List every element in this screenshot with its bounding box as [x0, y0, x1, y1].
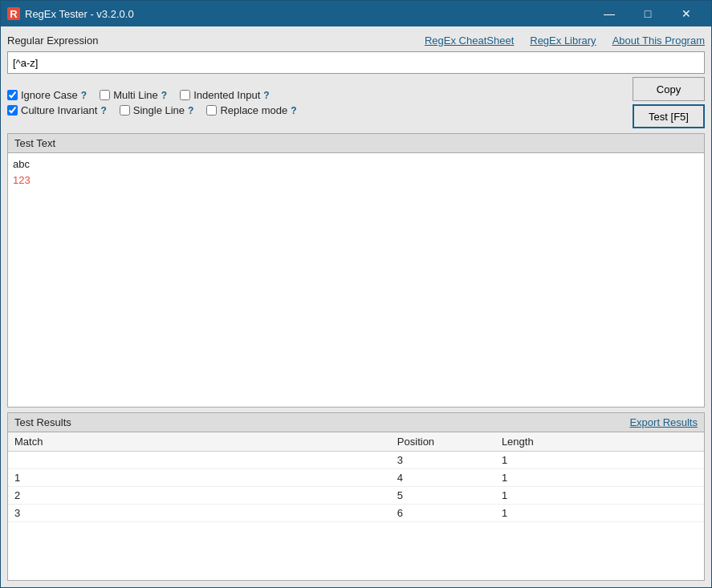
main-window: R RegEx Tester - v3.2.0.0 — □ ✕ Regular … [0, 0, 712, 588]
ignore-case-checkbox[interactable] [7, 90, 18, 100]
cell-position: 5 [391, 487, 495, 505]
regex-label: Regular Expression [7, 34, 98, 47]
results-table-container[interactable]: Match Position Length 3 1 1 4 1 2 5 [8, 432, 704, 580]
copy-button[interactable]: Copy [633, 77, 705, 101]
single-line-checkbox[interactable] [120, 105, 130, 116]
results-table: Match Position Length 3 1 1 4 1 2 5 [8, 432, 704, 522]
culture-invariant-label[interactable]: Culture Invariant [21, 104, 97, 116]
cell-extra [600, 452, 704, 469]
indented-input-checkbox[interactable] [180, 90, 190, 100]
cell-position: 3 [391, 452, 495, 469]
results-header-row: Match Position Length [8, 432, 704, 452]
app-icon: R [7, 7, 20, 20]
culture-invariant-group: Culture Invariant ? [7, 104, 107, 116]
table-row: 1 4 1 [8, 469, 704, 487]
titlebar: R RegEx Tester - v3.2.0.0 — □ ✕ [1, 1, 711, 26]
cell-position: 6 [391, 505, 495, 522]
cell-extra [600, 505, 704, 522]
multi-line-group: Multi Line ? [100, 89, 167, 101]
col-extra-header [600, 432, 704, 452]
main-content: Regular Expression RegEx CheatSheet RegE… [1, 26, 711, 587]
results-header: Test Results Export Results [8, 413, 704, 432]
replace-mode-group: Replace mode ? [206, 104, 296, 116]
about-link[interactable]: About This Program [612, 34, 705, 47]
buttons-area: Copy Test [F5] [626, 77, 705, 128]
single-line-label[interactable]: Single Line [133, 104, 185, 116]
cell-length: 1 [495, 487, 600, 505]
cell-match [8, 452, 391, 469]
close-button[interactable]: ✕ [668, 1, 705, 26]
culture-invariant-checkbox[interactable] [7, 105, 18, 116]
test-text-header: Test Text [8, 134, 704, 153]
replace-mode-help-icon[interactable]: ? [291, 105, 296, 116]
multi-line-help-icon[interactable]: ? [161, 90, 167, 101]
culture-invariant-help-icon[interactable]: ? [100, 105, 106, 116]
ignore-case-group: Ignore Case ? [7, 89, 87, 101]
results-panel: Test Results Export Results Match Positi… [7, 412, 705, 581]
cheatsheet-link[interactable]: RegEx CheatSheet [425, 34, 514, 47]
cell-position: 4 [391, 469, 495, 487]
cell-extra [600, 469, 704, 487]
single-line-group: Single Line ? [120, 104, 194, 116]
results-tbody: 3 1 1 4 1 2 5 1 3 6 1 [8, 452, 704, 522]
minimize-button[interactable]: — [591, 1, 628, 26]
results-label: Test Results [14, 416, 71, 428]
col-match-header: Match [8, 432, 391, 452]
options-row2: Culture Invariant ? Single Line ? Replac… [7, 104, 626, 116]
cell-length: 1 [495, 505, 600, 522]
maximize-button[interactable]: □ [629, 1, 666, 26]
multi-line-label[interactable]: Multi Line [113, 89, 158, 101]
regex-input[interactable] [7, 51, 705, 74]
indented-input-label[interactable]: Indented Input [193, 89, 260, 101]
col-position-header: Position [391, 432, 495, 452]
options-row1: Ignore Case ? Multi Line ? Indented Inpu… [7, 89, 626, 101]
single-line-help-icon[interactable]: ? [188, 105, 193, 116]
col-length-header: Length [495, 432, 600, 452]
cell-match: 1 [8, 469, 391, 487]
test-text-line-2: 123 [13, 172, 699, 189]
ignore-case-help-icon[interactable]: ? [81, 90, 87, 101]
library-link[interactable]: RegEx Library [530, 34, 596, 47]
multi-line-checkbox[interactable] [100, 90, 110, 100]
titlebar-left: R RegEx Tester - v3.2.0.0 [7, 7, 134, 20]
indented-input-group: Indented Input ? [180, 89, 269, 101]
window-controls: — □ ✕ [591, 1, 705, 26]
replace-mode-checkbox[interactable] [206, 105, 217, 116]
options-left: Ignore Case ? Multi Line ? Indented Inpu… [7, 89, 626, 116]
ignore-case-label[interactable]: Ignore Case [21, 89, 78, 101]
replace-mode-label[interactable]: Replace mode [220, 104, 287, 116]
window-title: RegEx Tester - v3.2.0.0 [25, 8, 134, 20]
cell-length: 1 [495, 452, 600, 469]
header-links: RegEx CheatSheet RegEx Library About Thi… [425, 34, 705, 47]
table-row: 3 1 [8, 452, 704, 469]
test-button[interactable]: Test [F5] [633, 104, 705, 128]
test-text-content[interactable]: abc 123 [8, 153, 704, 407]
header-row: Regular Expression RegEx CheatSheet RegE… [7, 33, 705, 48]
table-row: 3 6 1 [8, 505, 704, 522]
export-results-link[interactable]: Export Results [629, 416, 698, 428]
top-section: Regular Expression RegEx CheatSheet RegE… [7, 33, 705, 128]
table-row: 2 5 1 [8, 487, 704, 505]
cell-match: 2 [8, 487, 391, 505]
cell-length: 1 [495, 469, 600, 487]
test-text-panel: Test Text abc 123 [7, 133, 705, 408]
test-text-line-1: abc [13, 156, 699, 172]
cell-match: 3 [8, 505, 391, 522]
indented-input-help-icon[interactable]: ? [263, 90, 269, 101]
cell-extra [600, 487, 704, 505]
